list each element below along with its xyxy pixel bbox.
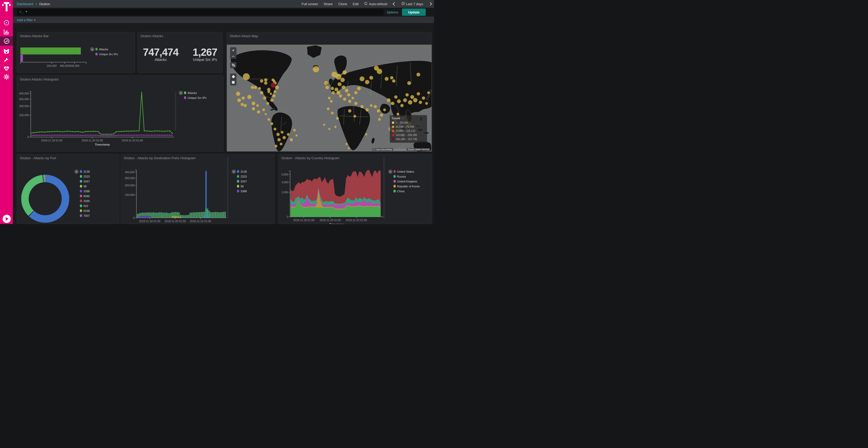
attack-bubble[interactable] [343,98,346,101]
legend-item[interactable]: Russia [394,174,420,179]
legend-item[interactable]: 5038 [80,208,90,213]
breadcrumb-dashboard-link[interactable]: Dashboard [17,2,33,6]
legend-item[interactable]: 98 [237,184,247,188]
attack-bubble[interactable] [281,131,283,133]
attack-bubble[interactable] [390,76,393,79]
sidebar-expand-button[interactable] [3,215,11,223]
attacks-bar-chart[interactable]: 200,000400,000600,000 [17,37,105,73]
attack-bubble[interactable] [425,102,428,105]
legend-item[interactable]: 3388 [237,188,247,194]
country-area-chart[interactable]: 6,0004,0002,00002018-11-18 01:002018-11-… [278,154,386,224]
attack-bubble[interactable] [339,95,342,98]
attack-bubble[interactable] [416,73,420,76]
attack-bubble[interactable] [264,78,268,81]
attack-bubble[interactable] [340,78,345,82]
attack-bubble[interactable] [346,143,348,145]
attack-bubble[interactable] [407,81,411,85]
attack-bubble[interactable] [242,97,245,100]
legend-item[interactable]: 98 [80,184,90,188]
attack-bubble[interactable] [335,88,338,91]
attack-bubble[interactable] [241,103,244,106]
legend-item[interactable]: 8080 [80,194,90,199]
scrollbar[interactable] [383,157,385,218]
legend-expand-icon[interactable]: › [232,170,236,174]
attack-bubble[interactable] [391,102,394,105]
attack-bubble[interactable] [270,99,273,102]
legend-item[interactable]: Republic of Korea [394,184,420,188]
legend-item[interactable]: 2323 [237,174,247,179]
attack-bubble[interactable] [260,91,263,94]
attack-bubble[interactable] [387,98,390,102]
attack-bubble[interactable] [330,100,333,102]
polygon-icon[interactable] [230,74,237,79]
attack-bubble[interactable] [392,79,395,82]
attack-bubble[interactable] [377,109,380,112]
osm-link[interactable]: © OpenStreetMap [373,148,393,151]
attack-bubble[interactable] [410,95,414,99]
legend-item[interactable]: 3128 [80,169,90,174]
legend-item[interactable]: 3388 [80,188,90,194]
attack-bubble[interactable] [336,74,341,79]
attack-bubble[interactable] [403,98,407,102]
attack-bubble[interactable] [272,95,275,98]
attack-bubble[interactable] [275,145,277,147]
attack-bubble[interactable] [251,86,254,89]
zoom-in-button[interactable]: + [230,47,237,53]
attack-bubble[interactable] [243,73,250,80]
sidebar-item-monitoring[interactable] [0,64,13,73]
attack-bubble[interactable] [400,104,404,107]
attack-bubble[interactable] [275,86,279,89]
attack-bubble[interactable] [270,93,272,95]
attack-bubble[interactable] [354,102,358,105]
clone-button[interactable]: Clone [338,2,347,6]
legend-item[interactable]: 3347 [237,179,247,184]
legend-expand-icon[interactable]: › [74,170,79,174]
ems-link[interactable]: Elastic Maps Service [407,148,430,151]
update-button[interactable]: Update [402,8,426,16]
attack-bubble[interactable] [313,66,319,72]
port-donut-chart[interactable] [21,175,69,223]
attack-bubble[interactable] [427,91,430,94]
attack-bubble[interactable] [334,126,336,128]
attack-bubble[interactable] [252,102,255,105]
scrollbar[interactable] [175,92,176,131]
attack-bubble[interactable] [331,112,334,114]
time-back-button[interactable] [393,3,396,5]
attack-bubble[interactable] [361,105,364,108]
attack-bubble[interactable] [348,109,351,112]
attack-bubble[interactable] [345,89,348,92]
attack-bubble[interactable] [327,107,330,110]
attack-bubble[interactable] [342,86,345,89]
attack-bubble[interactable] [370,104,373,107]
attack-bubble[interactable] [283,136,286,139]
zoom-out-button[interactable]: − [230,53,237,59]
attack-bubble[interactable] [272,79,274,81]
sidebar-item-visualize[interactable] [0,27,13,36]
attack-bubble[interactable] [326,86,329,89]
attack-bubble[interactable] [276,133,280,136]
attack-bubble[interactable] [354,91,358,94]
attack-bubble[interactable] [247,95,251,99]
attack-bubble[interactable] [365,133,367,136]
legend-expand-icon[interactable]: › [90,47,94,51]
attack-bubble[interactable] [296,134,298,137]
legend-item[interactable]: 2323 [80,174,90,179]
attack-bubble[interactable] [257,110,260,113]
attack-bubble[interactable] [357,87,361,90]
attack-bubble[interactable] [377,69,382,74]
attack-bubble[interactable] [252,107,255,110]
auto-refresh-button[interactable]: Auto-refresh [364,2,388,6]
full-screen-button[interactable]: Full screen [302,2,318,6]
attack-bubble[interactable] [331,87,334,90]
attack-bubble[interactable] [348,147,350,149]
rectangle-icon[interactable] [230,79,237,85]
sidebar-item-management[interactable] [0,72,13,81]
world-map[interactable]: + − Count 1 – 39,54839,548 – 79,09579,09… [227,45,432,151]
attack-bubble[interactable] [290,138,293,141]
attack-bubble[interactable] [263,97,266,100]
dest-ports-bar-chart[interactable]: 400,000300,000200,000100,00002018-11-18 … [121,154,229,224]
attack-bubble[interactable] [413,98,417,102]
attack-bubble[interactable] [351,97,354,99]
attack-bubble[interactable] [419,101,422,104]
search-input[interactable]: >_ * [17,9,383,15]
